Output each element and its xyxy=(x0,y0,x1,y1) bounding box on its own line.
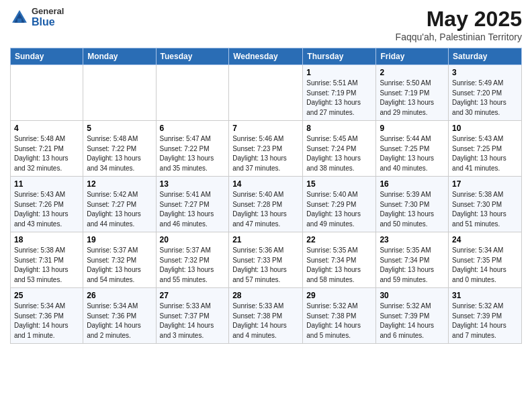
day-number: 30 xyxy=(380,291,445,300)
day-number: 31 xyxy=(452,291,518,300)
calendar-cell: 29Sunrise: 5:32 AM Sunset: 7:38 PM Dayli… xyxy=(303,288,376,344)
header-day-tuesday: Tuesday xyxy=(156,48,229,65)
day-number: 26 xyxy=(87,291,152,300)
calendar-cell: 5Sunrise: 5:48 AM Sunset: 7:22 PM Daylig… xyxy=(83,121,156,177)
day-info: Sunrise: 5:34 AM Sunset: 7:36 PM Dayligh… xyxy=(14,302,79,340)
day-number: 19 xyxy=(87,235,152,244)
day-number: 3 xyxy=(452,68,518,77)
calendar-cell: 20Sunrise: 5:37 AM Sunset: 7:32 PM Dayli… xyxy=(156,232,229,288)
logo-general-label: General xyxy=(32,7,64,16)
calendar-header: SundayMondayTuesdayWednesdayThursdayFrid… xyxy=(11,48,522,65)
day-number: 24 xyxy=(452,235,518,244)
day-number: 29 xyxy=(306,291,372,300)
header-day-thursday: Thursday xyxy=(303,48,376,65)
calendar-title: May 2025 xyxy=(396,7,522,32)
logo-blue-label: Blue xyxy=(32,16,64,28)
day-info: Sunrise: 5:44 AM Sunset: 7:25 PM Dayligh… xyxy=(380,134,445,173)
day-info: Sunrise: 5:32 AM Sunset: 7:39 PM Dayligh… xyxy=(452,302,518,340)
calendar-cell xyxy=(229,65,303,121)
calendar-cell: 18Sunrise: 5:38 AM Sunset: 7:31 PM Dayli… xyxy=(11,232,83,288)
day-number: 13 xyxy=(160,179,226,189)
day-number: 16 xyxy=(380,179,445,189)
calendar-cell: 25Sunrise: 5:34 AM Sunset: 7:36 PM Dayli… xyxy=(11,288,83,344)
day-info: Sunrise: 5:41 AM Sunset: 7:27 PM Dayligh… xyxy=(160,190,226,229)
header-row: SundayMondayTuesdayWednesdayThursdayFrid… xyxy=(11,48,522,65)
day-number: 23 xyxy=(380,235,445,244)
day-number: 8 xyxy=(306,124,372,133)
logo-icon xyxy=(10,8,29,27)
page-header: General Blue May 2025 Faqqu'ah, Palestin… xyxy=(10,7,522,42)
day-number: 2 xyxy=(380,68,445,77)
day-number: 18 xyxy=(14,235,79,244)
day-info: Sunrise: 5:34 AM Sunset: 7:35 PM Dayligh… xyxy=(452,246,518,285)
day-info: Sunrise: 5:35 AM Sunset: 7:34 PM Dayligh… xyxy=(380,246,445,285)
calendar-cell: 8Sunrise: 5:45 AM Sunset: 7:24 PM Daylig… xyxy=(303,121,376,177)
header-day-sunday: Sunday xyxy=(11,48,83,65)
day-number: 28 xyxy=(232,291,299,300)
day-info: Sunrise: 5:40 AM Sunset: 7:28 PM Dayligh… xyxy=(232,190,299,229)
day-number: 5 xyxy=(87,124,152,133)
day-info: Sunrise: 5:42 AM Sunset: 7:27 PM Dayligh… xyxy=(87,190,152,229)
header-day-monday: Monday xyxy=(83,48,156,65)
header-day-saturday: Saturday xyxy=(449,48,522,65)
calendar-cell: 22Sunrise: 5:35 AM Sunset: 7:34 PM Dayli… xyxy=(303,232,376,288)
calendar-body: 1Sunrise: 5:51 AM Sunset: 7:19 PM Daylig… xyxy=(11,65,522,344)
day-info: Sunrise: 5:45 AM Sunset: 7:24 PM Dayligh… xyxy=(306,134,372,173)
day-number: 10 xyxy=(452,124,518,133)
day-info: Sunrise: 5:33 AM Sunset: 7:38 PM Dayligh… xyxy=(232,302,299,340)
calendar-cell xyxy=(83,65,156,121)
calendar-cell: 17Sunrise: 5:38 AM Sunset: 7:30 PM Dayli… xyxy=(449,177,522,232)
week-row-4: 18Sunrise: 5:38 AM Sunset: 7:31 PM Dayli… xyxy=(11,232,522,288)
logo: General Blue xyxy=(10,7,64,28)
day-info: Sunrise: 5:38 AM Sunset: 7:30 PM Dayligh… xyxy=(452,190,518,229)
day-number: 1 xyxy=(306,68,372,77)
week-row-3: 11Sunrise: 5:43 AM Sunset: 7:26 PM Dayli… xyxy=(11,177,522,232)
day-number: 20 xyxy=(160,235,226,244)
day-number: 11 xyxy=(14,179,79,189)
calendar-cell xyxy=(156,65,229,121)
week-row-1: 1Sunrise: 5:51 AM Sunset: 7:19 PM Daylig… xyxy=(11,65,522,121)
calendar-cell: 30Sunrise: 5:32 AM Sunset: 7:39 PM Dayli… xyxy=(376,288,449,344)
day-info: Sunrise: 5:43 AM Sunset: 7:25 PM Dayligh… xyxy=(452,134,518,173)
day-number: 25 xyxy=(14,291,79,300)
calendar-cell: 14Sunrise: 5:40 AM Sunset: 7:28 PM Dayli… xyxy=(229,177,303,232)
day-number: 27 xyxy=(160,291,226,300)
day-number: 7 xyxy=(232,124,299,133)
day-number: 12 xyxy=(87,179,152,189)
calendar-cell: 6Sunrise: 5:47 AM Sunset: 7:22 PM Daylig… xyxy=(156,121,229,177)
calendar-cell: 12Sunrise: 5:42 AM Sunset: 7:27 PM Dayli… xyxy=(83,177,156,232)
day-info: Sunrise: 5:48 AM Sunset: 7:21 PM Dayligh… xyxy=(14,134,79,173)
day-info: Sunrise: 5:32 AM Sunset: 7:39 PM Dayligh… xyxy=(380,302,445,340)
title-block: May 2025 Faqqu'ah, Palestinian Territory xyxy=(396,7,522,42)
day-info: Sunrise: 5:46 AM Sunset: 7:23 PM Dayligh… xyxy=(232,134,299,173)
day-info: Sunrise: 5:49 AM Sunset: 7:20 PM Dayligh… xyxy=(452,79,518,118)
week-row-2: 4Sunrise: 5:48 AM Sunset: 7:21 PM Daylig… xyxy=(11,121,522,177)
header-day-wednesday: Wednesday xyxy=(229,48,303,65)
svg-rect-2 xyxy=(17,18,21,22)
logo-text: General Blue xyxy=(32,7,64,28)
calendar-cell: 3Sunrise: 5:49 AM Sunset: 7:20 PM Daylig… xyxy=(449,65,522,121)
day-number: 21 xyxy=(232,235,299,244)
day-info: Sunrise: 5:40 AM Sunset: 7:29 PM Dayligh… xyxy=(306,190,372,229)
calendar-cell: 26Sunrise: 5:34 AM Sunset: 7:36 PM Dayli… xyxy=(83,288,156,344)
day-info: Sunrise: 5:48 AM Sunset: 7:22 PM Dayligh… xyxy=(87,134,152,173)
calendar-cell: 28Sunrise: 5:33 AM Sunset: 7:38 PM Dayli… xyxy=(229,288,303,344)
calendar-cell: 16Sunrise: 5:39 AM Sunset: 7:30 PM Dayli… xyxy=(376,177,449,232)
day-info: Sunrise: 5:37 AM Sunset: 7:32 PM Dayligh… xyxy=(160,246,226,285)
calendar-table: SundayMondayTuesdayWednesdayThursdayFrid… xyxy=(10,48,522,344)
day-info: Sunrise: 5:37 AM Sunset: 7:32 PM Dayligh… xyxy=(87,246,152,285)
calendar-cell: 24Sunrise: 5:34 AM Sunset: 7:35 PM Dayli… xyxy=(449,232,522,288)
day-info: Sunrise: 5:34 AM Sunset: 7:36 PM Dayligh… xyxy=(87,302,152,340)
day-number: 17 xyxy=(452,179,518,189)
calendar-cell: 7Sunrise: 5:46 AM Sunset: 7:23 PM Daylig… xyxy=(229,121,303,177)
calendar-cell: 11Sunrise: 5:43 AM Sunset: 7:26 PM Dayli… xyxy=(11,177,83,232)
calendar-cell xyxy=(11,65,83,121)
calendar-cell: 9Sunrise: 5:44 AM Sunset: 7:25 PM Daylig… xyxy=(376,121,449,177)
day-info: Sunrise: 5:39 AM Sunset: 7:30 PM Dayligh… xyxy=(380,190,445,229)
day-info: Sunrise: 5:47 AM Sunset: 7:22 PM Dayligh… xyxy=(160,134,226,173)
header-day-friday: Friday xyxy=(376,48,449,65)
day-number: 9 xyxy=(380,124,445,133)
day-info: Sunrise: 5:50 AM Sunset: 7:19 PM Dayligh… xyxy=(380,79,445,118)
week-row-5: 25Sunrise: 5:34 AM Sunset: 7:36 PM Dayli… xyxy=(11,288,522,344)
day-number: 4 xyxy=(14,124,79,133)
